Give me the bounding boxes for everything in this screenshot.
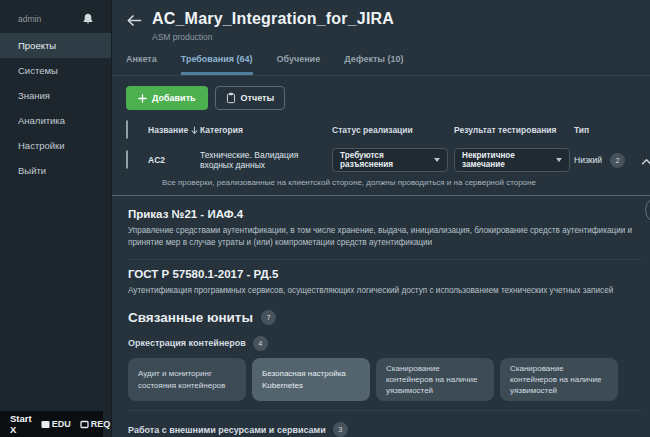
row-category: Технические. Валидация входных данных (200, 150, 332, 170)
result-dropdown[interactable]: Некритичное замечание (454, 148, 570, 172)
section-divider (128, 410, 642, 411)
related-units-title: Связанные юниты (128, 310, 253, 325)
chevron-up-icon (641, 158, 650, 165)
table-header: Название Категория Статус реализации Рез… (112, 118, 650, 142)
collapse-row-button[interactable] (639, 151, 650, 170)
taskbar-app-edu[interactable]: EDU (41, 419, 71, 429)
row-type: Низкий (574, 155, 602, 165)
edu-app-icon (41, 420, 50, 429)
unit-chip[interactable]: Аудит и мониторинг состояния контейнеров (128, 358, 246, 402)
sort-desc-icon[interactable] (191, 126, 198, 135)
sidebar-item-settings[interactable]: Настройки (0, 133, 111, 158)
os-taskbar: Start X EDU REQ (0, 411, 103, 437)
unit-chip[interactable]: Безопасная настройка Kubernetes (252, 358, 370, 402)
bell-icon[interactable] (81, 12, 95, 25)
unit-group-name: Оркестрация контейнеров (128, 338, 246, 348)
tab-training[interactable]: Обучение (277, 50, 321, 75)
sidebar-item-knowledge[interactable]: Знания (0, 83, 111, 108)
taskbar-app-req[interactable]: REQ (80, 419, 111, 429)
sidebar-item-projects[interactable]: Проекты (0, 33, 111, 58)
title-block: AC_Mary_Integration_for_JIRA ASM product… (152, 10, 394, 42)
caret-down-icon (556, 158, 562, 162)
column-result[interactable]: Результат тестирования (454, 125, 574, 135)
tab-defects[interactable]: Дефекты (10) (344, 50, 403, 75)
add-button[interactable]: Добавить (126, 86, 208, 110)
sidebar-item-systems[interactable]: Системы (0, 58, 111, 83)
back-arrow-icon[interactable] (126, 14, 142, 27)
column-status[interactable]: Статус реализации (332, 125, 454, 135)
start-button[interactable]: Start X (10, 413, 32, 435)
plus-icon (138, 94, 147, 103)
table-row[interactable]: AC2 Технические. Валидация входных данны… (112, 144, 650, 176)
toolbar: Добавить Отчеты (112, 76, 650, 118)
unit-group-count-badge: 4 (253, 336, 268, 351)
reports-button[interactable]: Отчеты (215, 86, 286, 110)
sidebar-item-logout[interactable]: Выйти (0, 158, 111, 183)
sidebar-nav: Проекты Системы Знания Аналитика Настрой… (0, 33, 111, 183)
username-label: admin (18, 14, 41, 24)
unit-group-name: Работа с внешними ресурсами и сервисами (128, 425, 326, 435)
related-units-header: Связанные юниты 7 (128, 310, 642, 325)
unit-group-count-badge: 3 (333, 422, 348, 437)
taskbar-app-edu-label: EDU (52, 419, 71, 429)
unit-group-header: Оркестрация контейнеров 4 (128, 336, 642, 351)
taskbar-app-req-label: REQ (91, 419, 111, 429)
regulation-title: Приказ №21 - ИАФ.4 (128, 208, 642, 220)
type-count-badge: 2 (610, 153, 625, 168)
caret-down-icon (434, 158, 440, 162)
unit-chip[interactable]: Сканирование контейнеров на наличие уязв… (376, 358, 494, 402)
select-all-checkbox[interactable] (126, 120, 128, 139)
status-dropdown-value: Требуются разъяснения (340, 151, 430, 169)
main-panel: AC_Mary_Integration_for_JIRA ASM product… (112, 0, 650, 437)
related-units-count-badge: 7 (261, 310, 276, 325)
sidebar-item-analytics[interactable]: Аналитика (0, 108, 111, 133)
reports-button-label: Отчеты (241, 93, 275, 103)
regulation-description: Аутентификация программных сервисов, осу… (128, 285, 642, 297)
regulation-description: Управление средствами аутентификации, в … (128, 225, 642, 250)
row-name: AC2 (148, 155, 200, 165)
unit-chip[interactable]: Сканирование контейнеров на наличие уязв… (500, 358, 618, 402)
page-title: AC_Mary_Integration_for_JIRA (152, 10, 394, 28)
result-dropdown-value: Некритичное замечание (462, 151, 552, 169)
page-header: AC_Mary_Integration_for_JIRA ASM product… (112, 0, 650, 42)
tab-requirements[interactable]: Требования (64) (181, 50, 253, 75)
user-row: admin (0, 0, 111, 33)
regulation-title: ГОСТ Р 57580.1-2017 - РД.5 (128, 268, 642, 280)
sidebar: admin Проекты Системы Знания Аналитика Н… (0, 0, 112, 437)
row-note: Все проверки, реализованные на клиентско… (112, 176, 650, 195)
requirement-detail: Приказ №21 - ИАФ.4 Управление средствами… (112, 196, 650, 437)
app-window: admin Проекты Системы Знания Аналитика Н… (0, 0, 650, 437)
page-subtitle: ASM production (152, 32, 394, 42)
unit-chip-row: Аудит и мониторинг состояния контейнеров… (128, 358, 642, 402)
row-checkbox[interactable] (126, 150, 128, 169)
req-app-icon (80, 420, 89, 429)
add-button-label: Добавить (152, 93, 196, 103)
unit-group-header: Работа с внешними ресурсами и сервисами … (128, 422, 642, 437)
clipboard-icon (226, 92, 236, 104)
column-name[interactable]: Название (148, 125, 188, 135)
column-type[interactable]: Тип (574, 125, 650, 135)
tab-questionnaire[interactable]: Анкета (126, 50, 157, 75)
tab-bar: Анкета Требования (64) Обучение Дефекты … (112, 42, 650, 76)
column-category[interactable]: Категория (200, 125, 332, 135)
status-dropdown[interactable]: Требуются разъяснения (332, 148, 448, 172)
section-divider (128, 259, 642, 260)
